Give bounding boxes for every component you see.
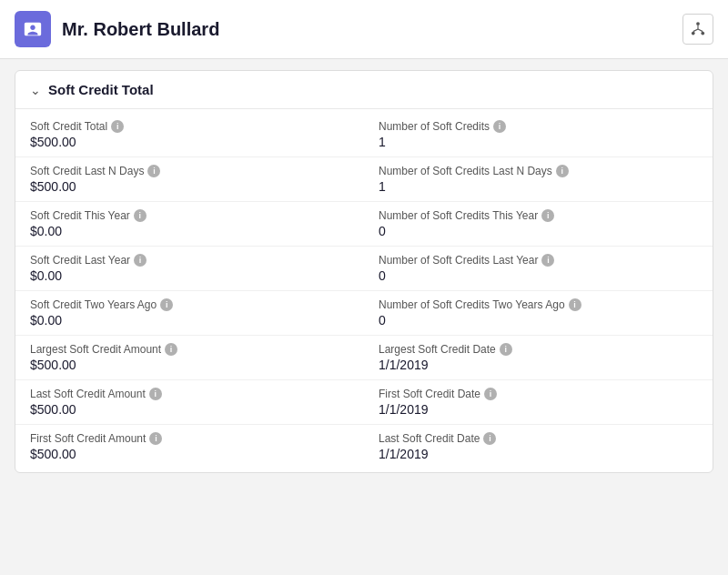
info-icon-number-of-soft-credits-this-year[interactable]: i: [541, 209, 554, 222]
field-item-largest-soft-credit-amount: Largest Soft Credit Amounti$500.00✎: [15, 336, 364, 380]
field-value-soft-credit-two-years-ago: $0.00: [30, 313, 349, 328]
field-value-last-soft-credit-date: 1/1/2019: [379, 447, 698, 461]
field-item-soft-credit-total: Soft Credit Totali$500.00✎: [15, 113, 364, 157]
field-label-first-soft-credit-amount: First Soft Credit Amounti: [30, 432, 349, 445]
field-label-soft-credit-last-year: Soft Credit Last Yeari: [30, 254, 349, 267]
page-title: Mr. Robert Bullard: [62, 19, 672, 40]
field-value-soft-credit-total: $500.00: [30, 135, 349, 149]
field-value-last-soft-credit-amount: $500.00: [30, 402, 349, 417]
contact-icon: [15, 11, 51, 47]
svg-line-4: [693, 29, 698, 32]
field-label-number-of-soft-credits-this-year: Number of Soft Credits This Yeari: [379, 209, 698, 222]
field-value-first-soft-credit-date: 1/1/2019: [379, 402, 698, 417]
field-item-first-soft-credit-amount: First Soft Credit Amounti$500.00✎: [15, 425, 364, 469]
field-item-number-of-soft-credits-last-n-days: Number of Soft Credits Last N Daysi1✎: [364, 157, 713, 202]
field-value-largest-soft-credit-amount: $500.00: [30, 358, 349, 372]
field-item-largest-soft-credit-date: Largest Soft Credit Datei1/1/2019✎: [364, 336, 713, 380]
field-label-largest-soft-credit-date: Largest Soft Credit Datei: [379, 343, 698, 356]
field-item-soft-credit-last-n-days: Soft Credit Last N Daysi$500.00✎: [15, 157, 364, 202]
info-icon-number-of-soft-credits-last-year[interactable]: i: [541, 254, 554, 267]
field-value-number-of-soft-credits-two-years-ago: 0: [379, 313, 698, 328]
field-item-number-of-soft-credits: Number of Soft Creditsi1✎: [364, 113, 713, 157]
section-title: Soft Credit Total: [48, 82, 154, 97]
svg-point-1: [692, 32, 695, 35]
info-icon-number-of-soft-credits-last-n-days[interactable]: i: [556, 165, 569, 177]
main-content: ⌄ Soft Credit Total Soft Credit Totali$5…: [0, 59, 728, 495]
info-icon-number-of-soft-credits-two-years-ago[interactable]: i: [569, 298, 581, 311]
chevron-down-icon: ⌄: [30, 83, 41, 97]
field-item-number-of-soft-credits-this-year: Number of Soft Credits This Yeari0✎: [364, 202, 713, 247]
field-label-number-of-soft-credits-two-years-ago: Number of Soft Credits Two Years Agoi: [379, 298, 698, 311]
header: Mr. Robert Bullard: [0, 0, 728, 59]
field-item-number-of-soft-credits-last-year: Number of Soft Credits Last Yeari0✎: [364, 247, 713, 291]
field-label-largest-soft-credit-amount: Largest Soft Credit Amounti: [30, 343, 349, 356]
info-icon-soft-credit-two-years-ago[interactable]: i: [160, 298, 173, 311]
field-value-number-of-soft-credits: 1: [379, 135, 698, 149]
info-icon-first-soft-credit-amount[interactable]: i: [149, 432, 162, 445]
info-icon-largest-soft-credit-amount[interactable]: i: [165, 343, 177, 356]
field-label-soft-credit-two-years-ago: Soft Credit Two Years Agoi: [30, 298, 349, 311]
info-icon-last-soft-credit-date[interactable]: i: [483, 432, 496, 445]
field-label-number-of-soft-credits: Number of Soft Creditsi: [379, 120, 698, 133]
hierarchy-button[interactable]: [682, 14, 713, 45]
field-value-soft-credit-last-n-days: $500.00: [30, 179, 349, 194]
field-label-last-soft-credit-amount: Last Soft Credit Amounti: [30, 388, 349, 400]
field-label-soft-credit-this-year: Soft Credit This Yeari: [30, 209, 349, 222]
field-label-soft-credit-total: Soft Credit Totali: [30, 120, 349, 133]
field-item-soft-credit-this-year: Soft Credit This Yeari$0.00✎: [15, 202, 364, 247]
field-label-first-soft-credit-date: First Soft Credit Datei: [379, 388, 698, 400]
info-icon-soft-credit-last-year[interactable]: i: [134, 254, 147, 267]
info-icon-last-soft-credit-amount[interactable]: i: [149, 388, 162, 400]
field-label-soft-credit-last-n-days: Soft Credit Last N Daysi: [30, 165, 349, 177]
section-header[interactable]: ⌄ Soft Credit Total: [15, 71, 713, 109]
field-value-number-of-soft-credits-last-year: 0: [379, 268, 698, 283]
field-label-number-of-soft-credits-last-n-days: Number of Soft Credits Last N Daysi: [379, 165, 698, 177]
field-item-last-soft-credit-date: Last Soft Credit Datei1/1/2019✎: [364, 425, 713, 469]
field-value-soft-credit-last-year: $0.00: [30, 268, 349, 283]
svg-line-5: [698, 29, 703, 32]
field-value-number-of-soft-credits-this-year: 0: [379, 224, 698, 238]
info-icon-soft-credit-last-n-days[interactable]: i: [147, 165, 160, 177]
field-value-largest-soft-credit-date: 1/1/2019: [379, 358, 698, 372]
field-value-number-of-soft-credits-last-n-days: 1: [379, 179, 698, 194]
field-label-number-of-soft-credits-last-year: Number of Soft Credits Last Yeari: [379, 254, 698, 267]
info-icon-soft-credit-total[interactable]: i: [111, 120, 124, 133]
fields-grid: Soft Credit Totali$500.00✎Number of Soft…: [15, 109, 713, 472]
field-item-number-of-soft-credits-two-years-ago: Number of Soft Credits Two Years Agoi0✎: [364, 291, 713, 336]
info-icon-largest-soft-credit-date[interactable]: i: [500, 343, 512, 356]
info-icon-number-of-soft-credits[interactable]: i: [493, 120, 506, 133]
field-item-first-soft-credit-date: First Soft Credit Datei1/1/2019✎: [364, 380, 713, 425]
field-item-soft-credit-last-year: Soft Credit Last Yeari$0.00✎: [15, 247, 364, 291]
field-item-soft-credit-two-years-ago: Soft Credit Two Years Agoi$0.00✎: [15, 291, 364, 336]
svg-point-2: [701, 32, 704, 35]
svg-point-0: [696, 22, 700, 25]
info-icon-first-soft-credit-date[interactable]: i: [484, 388, 497, 400]
field-item-last-soft-credit-amount: Last Soft Credit Amounti$500.00✎: [15, 380, 364, 425]
soft-credit-total-section: ⌄ Soft Credit Total Soft Credit Totali$5…: [15, 70, 713, 473]
field-value-first-soft-credit-amount: $500.00: [30, 447, 349, 461]
info-icon-soft-credit-this-year[interactable]: i: [134, 209, 147, 222]
field-label-last-soft-credit-date: Last Soft Credit Datei: [379, 432, 698, 445]
field-value-soft-credit-this-year: $0.00: [30, 224, 349, 238]
